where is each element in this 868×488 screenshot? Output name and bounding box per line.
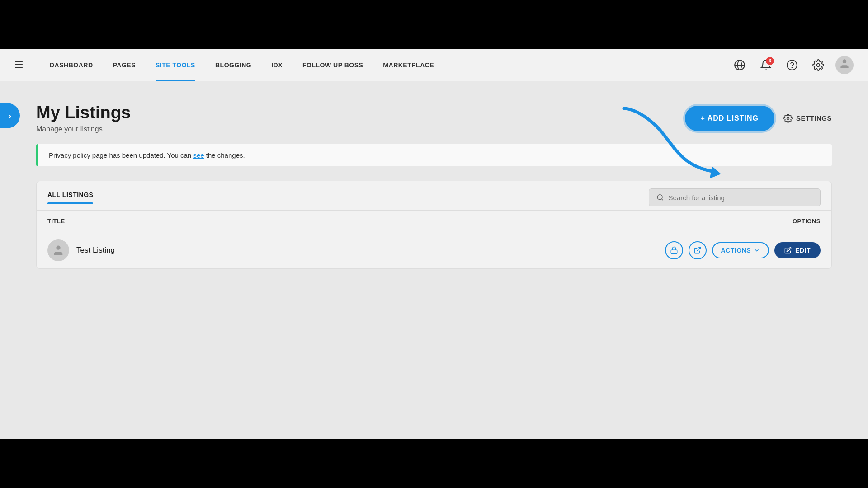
external-link-icon-btn[interactable] [689, 241, 707, 259]
search-input[interactable] [669, 194, 813, 202]
svg-point-5 [817, 63, 820, 66]
listing-avatar-icon [52, 244, 65, 257]
banner-text-after: the changes. [204, 151, 245, 159]
col-options: OPTIONS [793, 218, 821, 225]
chevron-down-icon [754, 247, 760, 253]
listing-avatar [47, 239, 69, 261]
nav-link-dashboard[interactable]: DASHBOARD [40, 49, 103, 81]
avatar-icon [839, 58, 850, 72]
main-navbar: ☰ DASHBOARD PAGES SITE TOOLS BLOGGING ID… [0, 49, 868, 81]
svg-rect-12 [671, 250, 677, 253]
svg-point-3 [787, 60, 797, 70]
col-title: TITLE [47, 218, 793, 225]
search-icon [656, 193, 664, 202]
page-subtitle: Manage your listings. [36, 125, 131, 133]
settings-btn-label: SETTINGS [796, 114, 832, 122]
nav-link-site-tools[interactable]: SITE TOOLS [146, 49, 205, 81]
tab-all-listings[interactable]: ALL LISTINGS [47, 191, 93, 204]
nav-link-marketplace[interactable]: MARKETPLACE [373, 49, 444, 81]
edit-icon [784, 247, 792, 254]
svg-point-11 [56, 246, 60, 250]
actions-dropdown-btn[interactable]: ACTIONS [712, 242, 769, 258]
svg-point-8 [787, 117, 789, 119]
user-avatar[interactable] [835, 56, 854, 74]
search-box [649, 188, 821, 206]
svg-line-10 [662, 199, 663, 200]
help-icon-btn[interactable] [783, 56, 801, 74]
lock-icon-btn[interactable] [665, 241, 683, 259]
banner-link[interactable]: see [193, 151, 204, 159]
nav-link-blogging[interactable]: BLOGGING [205, 49, 261, 81]
svg-line-13 [697, 247, 700, 251]
page-header: My Listings Manage your listings. + ADD … [36, 81, 832, 144]
nav-link-idx[interactable]: IDX [261, 49, 292, 81]
hamburger-menu[interactable]: ☰ [14, 59, 24, 71]
add-listing-button[interactable]: + ADD LISTING [685, 106, 774, 131]
nav-link-follow-up-boss[interactable]: FOLLOW UP BOSS [292, 49, 373, 81]
listings-tabs: ALL LISTINGS [37, 181, 831, 206]
listing-title: Test Listing [76, 246, 658, 255]
svg-marker-7 [710, 166, 721, 178]
listings-container: ALL LISTINGS TITLE OPTIONS [36, 181, 832, 269]
page-title-section: My Listings Manage your listings. [36, 103, 131, 133]
actions-label: ACTIONS [721, 247, 751, 254]
nav-icons: 6 [731, 56, 854, 74]
chevron-right-icon: › [9, 111, 12, 121]
nav-links: DASHBOARD PAGES SITE TOOLS BLOGGING IDX … [40, 49, 731, 81]
svg-point-9 [657, 195, 662, 200]
table-header: TITLE OPTIONS [37, 210, 831, 232]
notification-banner: Privacy policy page has been updated. Yo… [36, 144, 832, 166]
notification-badge: 6 [766, 57, 774, 65]
globe-icon-btn[interactable] [731, 56, 749, 74]
settings-icon-btn[interactable] [809, 56, 827, 74]
nav-link-pages[interactable]: PAGES [103, 49, 146, 81]
page-actions: + ADD LISTING SETTINGS [685, 106, 832, 131]
notifications-icon-btn[interactable]: 6 [757, 56, 775, 74]
table-row: Test Listing [37, 232, 831, 268]
settings-button[interactable]: SETTINGS [783, 114, 832, 123]
page-title: My Listings [36, 103, 131, 122]
edit-label: EDIT [795, 247, 811, 254]
edit-btn[interactable]: EDIT [774, 242, 821, 258]
settings-icon [783, 114, 793, 123]
banner-text: Privacy policy page has been updated. Yo… [49, 151, 193, 159]
row-actions: ACTIONS EDIT [665, 241, 821, 259]
svg-point-6 [843, 59, 847, 63]
